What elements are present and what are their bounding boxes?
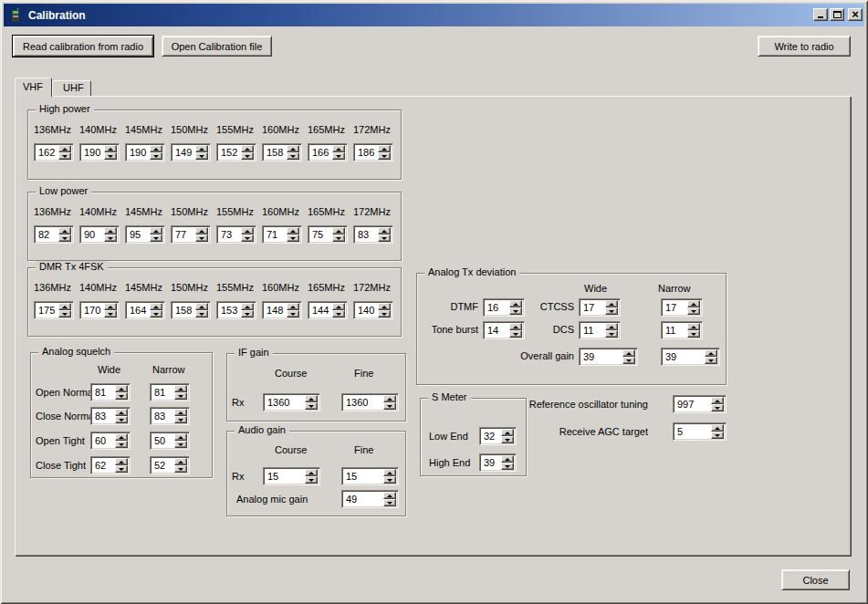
spinner-value[interactable]: 1360 — [342, 394, 383, 411]
spin-up-button[interactable] — [383, 492, 396, 499]
spin-down-button[interactable] — [115, 392, 128, 400]
numeric-spinner[interactable]: 90 — [79, 225, 120, 244]
spin-down-button[interactable] — [174, 392, 187, 400]
spinner-value[interactable]: 60 — [91, 432, 115, 449]
numeric-spinner[interactable]: 11 — [661, 321, 703, 339]
numeric-spinner[interactable]: 1360 — [341, 393, 399, 411]
spin-down-button[interactable] — [687, 330, 700, 338]
spin-down-button[interactable] — [195, 310, 208, 318]
spin-up-button[interactable] — [58, 145, 71, 152]
spin-up-button[interactable] — [115, 385, 128, 392]
spinner-value[interactable]: 190 — [126, 144, 150, 161]
numeric-spinner[interactable]: 39 — [661, 348, 720, 366]
numeric-spinner[interactable]: 71 — [262, 225, 302, 244]
numeric-spinner[interactable]: 190 — [125, 143, 165, 161]
spinner-value[interactable]: 52 — [151, 457, 174, 474]
numeric-spinner[interactable]: 83 — [90, 407, 131, 425]
spin-up-button[interactable] — [305, 469, 318, 476]
spin-down-button[interactable] — [332, 234, 345, 242]
spin-down-button[interactable] — [378, 310, 391, 318]
spin-up-button[interactable] — [195, 145, 208, 152]
spin-down-button[interactable] — [287, 152, 299, 160]
spin-down-button[interactable] — [383, 499, 396, 506]
numeric-spinner[interactable]: 49 — [341, 490, 399, 508]
spinner-value[interactable]: 49 — [342, 491, 383, 507]
spin-down-button[interactable] — [383, 476, 396, 484]
spinner-value[interactable]: 82 — [35, 226, 58, 243]
spin-down-button[interactable] — [241, 152, 254, 160]
spinner-value[interactable]: 190 — [80, 144, 104, 161]
spin-up-button[interactable] — [104, 303, 117, 310]
spin-up-button[interactable] — [605, 300, 618, 307]
numeric-spinner[interactable]: 170 — [79, 301, 120, 319]
spin-down-button[interactable] — [104, 234, 117, 242]
write-to-radio-button[interactable]: Write to radio — [758, 36, 851, 57]
numeric-spinner[interactable]: 81 — [90, 383, 131, 401]
spinner-value[interactable]: 158 — [172, 302, 195, 318]
numeric-spinner[interactable]: 148 — [262, 301, 302, 319]
spin-down-button[interactable] — [195, 234, 208, 242]
spin-down-button[interactable] — [687, 307, 700, 315]
numeric-spinner[interactable]: 17 — [579, 298, 621, 317]
spin-up-button[interactable] — [58, 303, 71, 310]
spinner-value[interactable]: 140 — [354, 302, 378, 318]
numeric-spinner[interactable]: 39 — [579, 348, 638, 366]
spin-down-button[interactable] — [332, 310, 345, 318]
spin-down-button[interactable] — [711, 432, 724, 439]
spin-up-button[interactable] — [287, 303, 299, 310]
numeric-spinner[interactable]: 17 — [661, 298, 703, 317]
spin-down-button[interactable] — [622, 357, 635, 364]
spin-up-button[interactable] — [287, 227, 299, 234]
spin-up-button[interactable] — [383, 469, 396, 476]
tab-vhf[interactable]: VHF — [15, 78, 52, 97]
numeric-spinner[interactable]: 144 — [308, 301, 348, 319]
spin-up-button[interactable] — [150, 303, 162, 310]
read-calibration-button[interactable]: Read calibration from radio — [13, 36, 153, 57]
spinner-value[interactable]: 11 — [580, 322, 605, 338]
spin-up-button[interactable] — [332, 227, 345, 234]
spin-down-button[interactable] — [378, 152, 391, 160]
spin-up-button[interactable] — [287, 145, 299, 152]
spin-down-button[interactable] — [332, 152, 345, 160]
spin-down-button[interactable] — [383, 402, 396, 410]
spin-up-button[interactable] — [687, 300, 700, 307]
spinner-value[interactable]: 158 — [263, 144, 287, 161]
spinner-value[interactable]: 152 — [217, 144, 241, 161]
spin-down-button[interactable] — [305, 402, 318, 410]
close-window-button[interactable]: × — [848, 8, 863, 21]
numeric-spinner[interactable]: 52 — [150, 456, 190, 474]
numeric-spinner[interactable]: 39 — [479, 453, 517, 472]
numeric-spinner[interactable]: 997 — [673, 395, 727, 413]
spinner-value[interactable]: 81 — [151, 384, 174, 401]
spinner-value[interactable]: 83 — [91, 408, 115, 424]
spin-up-button[interactable] — [305, 395, 318, 402]
spinner-value[interactable]: 83 — [151, 408, 174, 424]
spin-down-button[interactable] — [711, 404, 724, 411]
spin-up-button[interactable] — [174, 458, 187, 465]
spinner-value[interactable]: 15 — [264, 468, 305, 484]
spin-down-button[interactable] — [58, 152, 71, 160]
spinner-value[interactable]: 17 — [662, 299, 687, 316]
numeric-spinner[interactable]: 158 — [262, 143, 302, 161]
spinner-value[interactable]: 62 — [91, 457, 115, 474]
spin-up-button[interactable] — [687, 323, 700, 330]
numeric-spinner[interactable]: 175 — [34, 301, 74, 319]
spin-up-button[interactable] — [241, 303, 254, 310]
spin-down-button[interactable] — [378, 234, 391, 242]
spinner-value[interactable]: 39 — [580, 349, 622, 365]
spin-down-button[interactable] — [501, 436, 514, 443]
spin-down-button[interactable] — [605, 330, 618, 338]
spin-down-button[interactable] — [705, 357, 717, 364]
spinner-value[interactable]: 17 — [580, 299, 605, 316]
spinner-value[interactable]: 166 — [309, 144, 332, 161]
spin-up-button[interactable] — [115, 409, 128, 416]
spin-up-button[interactable] — [705, 349, 717, 357]
spin-up-button[interactable] — [174, 433, 187, 441]
spinner-value[interactable]: 144 — [309, 302, 332, 318]
maximize-button[interactable] — [830, 8, 844, 21]
numeric-spinner[interactable]: 62 — [90, 456, 131, 474]
numeric-spinner[interactable]: 83 — [353, 225, 393, 244]
spin-up-button[interactable] — [115, 458, 128, 465]
numeric-spinner[interactable]: 149 — [171, 143, 211, 161]
spin-down-button[interactable] — [305, 476, 318, 484]
